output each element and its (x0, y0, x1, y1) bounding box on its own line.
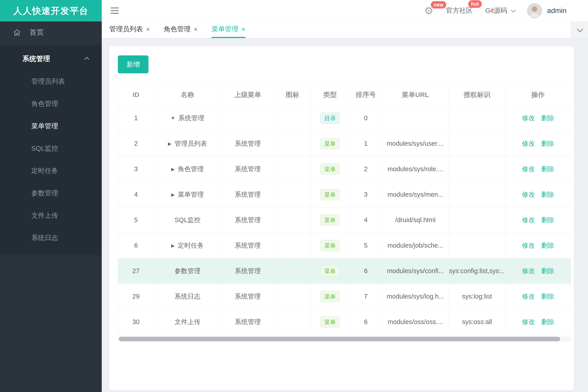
cell-parent-menu: 系统管理 (221, 131, 275, 156)
delete-link[interactable]: 删除 (541, 191, 554, 198)
delete-link[interactable]: 删除 (541, 166, 554, 172)
delete-link[interactable]: 删除 (541, 293, 554, 300)
cell-type: 菜单 (311, 284, 350, 309)
edit-link[interactable]: 修改 (522, 293, 535, 300)
sidebar-item-home[interactable]: 首页 (0, 22, 102, 43)
edit-link[interactable]: 修改 (522, 191, 535, 198)
menu-toggle-button[interactable] (111, 6, 119, 16)
sidebar-item-菜单管理[interactable]: 菜单管理 (0, 115, 102, 137)
delete-link[interactable]: 删除 (541, 267, 554, 274)
menu-name-label: 文件上传 (175, 318, 201, 326)
tab-管理员列表[interactable]: 管理员列表× (109, 22, 150, 38)
tab-close-icon[interactable]: × (146, 26, 150, 33)
hamburger-icon (111, 8, 119, 8)
table-row[interactable]: 5SQL监控系统管理菜单4/druid/sql.html修改删除 (118, 208, 571, 233)
app-logo: 人人快速开发平台 (0, 0, 102, 22)
cell-actions: 修改删除 (505, 131, 571, 156)
expand-arrow-icon[interactable]: ▶ (168, 141, 171, 146)
cell-actions: 修改删除 (505, 182, 571, 208)
edit-link[interactable]: 修改 (522, 114, 535, 122)
horizontal-scrollbar-track[interactable] (118, 336, 571, 342)
tab-close-icon[interactable]: × (241, 26, 246, 33)
expand-arrow-icon[interactable]: ▶ (171, 243, 175, 248)
community-link[interactable]: 官方社区 hot (446, 6, 473, 15)
top-bar-right: ⚙ new 官方社区 hot Git源码 admin (424, 3, 566, 18)
table-row[interactable]: 3▶角色管理系统管理菜单2modules/sys/role....修改删除 (118, 156, 571, 182)
cell-url: modules/job/sche... (382, 233, 449, 258)
table-row[interactable]: 27参数管理系统管理菜单6modules/sys/confi...sys:con… (118, 258, 571, 284)
settings-button[interactable]: ⚙ new (424, 6, 433, 16)
column-header-图标: 图标 (275, 84, 311, 106)
expand-arrow-icon[interactable]: ▶ (171, 192, 175, 197)
edit-link[interactable]: 修改 (522, 242, 535, 249)
edit-link[interactable]: 修改 (522, 318, 535, 326)
horizontal-scrollbar-thumb[interactable] (119, 337, 560, 341)
cell-url: modules/sys/men... (382, 182, 449, 208)
delete-link[interactable]: 删除 (541, 318, 554, 326)
tab-label: 菜单管理 (212, 24, 238, 34)
delete-link[interactable]: 删除 (541, 140, 554, 147)
chevron-down-icon (577, 26, 583, 32)
cell-actions: 修改删除 (505, 284, 571, 309)
sidebar-group-system: 系统管理 管理员列表角色管理菜单管理SQL监控定时任务参数管理文件上传系统日志 (0, 45, 102, 255)
cell-order: 1 (350, 131, 382, 156)
sidebar-item-定时任务[interactable]: 定时任务 (0, 160, 102, 182)
cell-id: 2 (118, 131, 154, 156)
cell-actions: 修改删除 (505, 208, 571, 233)
tab-菜单管理[interactable]: 菜单管理× (212, 22, 246, 38)
table-row[interactable]: 2▶管理员列表系统管理菜单1modules/sys/user....修改删除 (118, 131, 571, 156)
menu-name-label: 角色管理 (178, 165, 204, 174)
cell-id: 1 (118, 106, 154, 131)
cell-order: 0 (350, 106, 382, 131)
sidebar-group-toggle[interactable]: 系统管理 (0, 48, 102, 70)
tabs-overflow-button[interactable] (570, 22, 588, 38)
cell-url: /druid/sql.html (382, 208, 449, 233)
sidebar-item-文件上传[interactable]: 文件上传 (0, 204, 102, 226)
edit-link[interactable]: 修改 (522, 166, 535, 172)
git-source-dropdown[interactable]: Git源码 (485, 6, 514, 15)
cell-perms (449, 131, 505, 156)
sidebar-group-label: 系统管理 (22, 54, 50, 64)
sidebar-item-管理员列表[interactable]: 管理员列表 (0, 70, 102, 92)
expand-arrow-icon[interactable]: ▶ (171, 166, 175, 172)
cell-type: 目录 (311, 106, 350, 131)
cell-icon (275, 233, 311, 258)
sidebar-item-SQL监控[interactable]: SQL监控 (0, 137, 102, 160)
cell-icon (275, 182, 311, 208)
table-row[interactable]: 6▶定时任务系统管理菜单5modules/job/sche...修改删除 (118, 233, 571, 258)
cell-id: 27 (118, 258, 154, 284)
sidebar-item-系统日志[interactable]: 系统日志 (0, 226, 102, 249)
type-badge: 菜单 (320, 266, 340, 277)
table-row[interactable]: 1▼系统管理目录0修改删除 (118, 106, 571, 131)
tab-close-icon[interactable]: × (194, 26, 198, 33)
cell-parent-menu: 系统管理 (221, 309, 275, 335)
type-badge: 菜单 (320, 240, 340, 251)
column-header-菜单URL: 菜单URL (382, 84, 449, 106)
table-row[interactable]: 30文件上传系统管理菜单6modules/oss/oss....sys:oss:… (118, 309, 571, 335)
tab-角色管理[interactable]: 角色管理× (164, 22, 198, 38)
chevron-up-icon (84, 57, 90, 62)
table-row[interactable]: 29系统日志系统管理菜单7modules/sys/log.h...sys:log… (118, 284, 571, 309)
table-row[interactable]: 4▶菜单管理系统管理菜单3modules/sys/men...修改删除 (118, 182, 571, 208)
edit-link[interactable]: 修改 (522, 267, 535, 274)
type-badge: 菜单 (320, 189, 340, 200)
delete-link[interactable]: 删除 (541, 114, 554, 122)
edit-link[interactable]: 修改 (522, 140, 535, 147)
user-menu[interactable]: admin (527, 3, 566, 18)
add-button[interactable]: 新增 (118, 56, 149, 73)
collapse-arrow-icon[interactable]: ▼ (171, 116, 175, 121)
sidebar-item-角色管理[interactable]: 角色管理 (0, 92, 102, 115)
type-badge: 菜单 (320, 291, 340, 302)
main-row: 首页 系统管理 管理员列表角色管理菜单管理SQL监控定时任务参数管理文件上传系统… (0, 22, 588, 392)
delete-link[interactable]: 删除 (541, 242, 554, 249)
cell-perms (449, 106, 505, 131)
edit-link[interactable]: 修改 (522, 216, 535, 224)
cell-url: modules/sys/user.... (382, 131, 449, 156)
column-header-排序号: 排序号 (350, 84, 382, 106)
sidebar-item-参数管理[interactable]: 参数管理 (0, 182, 102, 204)
column-header-名称: 名称 (154, 84, 221, 106)
cell-icon (275, 208, 311, 233)
top-bar: 人人快速开发平台 ⚙ new 官方社区 hot Git源码 (0, 0, 588, 22)
cell-icon (275, 258, 311, 284)
delete-link[interactable]: 删除 (541, 216, 554, 224)
